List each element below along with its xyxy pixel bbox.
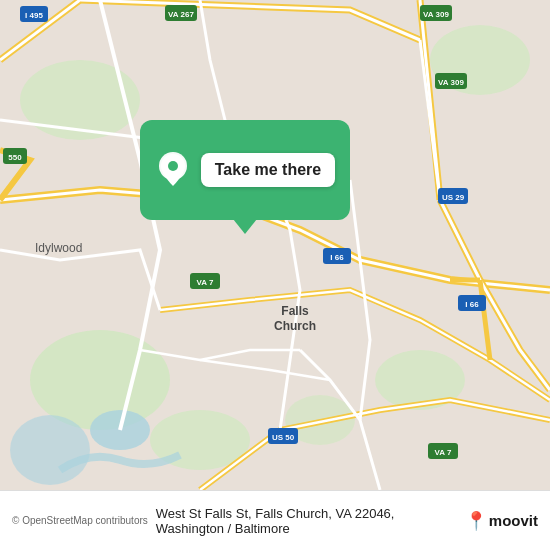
svg-text:I 495: I 495 — [25, 11, 43, 20]
svg-text:I 66: I 66 — [465, 300, 479, 309]
svg-text:VA 267: VA 267 — [168, 10, 194, 19]
moovit-logo: 📍 moovit — [465, 510, 538, 532]
popup-green-box: Take me there — [140, 120, 350, 220]
popup-bubble: Take me there — [140, 120, 350, 220]
svg-text:550: 550 — [8, 153, 22, 162]
svg-text:I 66: I 66 — [330, 253, 344, 262]
svg-text:Falls: Falls — [281, 304, 309, 318]
svg-text:US 29: US 29 — [442, 193, 465, 202]
map-svg: I 495 VA 267 VA 309 VA 309 550 I 66 I 66… — [0, 0, 550, 490]
svg-text:VA 7: VA 7 — [197, 278, 214, 287]
moovit-brand-text: moovit — [489, 512, 538, 529]
svg-text:VA 7: VA 7 — [435, 448, 452, 457]
svg-text:VA 309: VA 309 — [423, 10, 449, 19]
svg-text:US 50: US 50 — [272, 433, 295, 442]
map-container: I 495 VA 267 VA 309 VA 309 550 I 66 I 66… — [0, 0, 550, 490]
svg-text:Church: Church — [274, 319, 316, 333]
location-pin-icon — [155, 150, 191, 190]
take-me-there-button[interactable]: Take me there — [201, 153, 335, 187]
copyright-text: © OpenStreetMap contributors — [12, 515, 148, 526]
svg-point-37 — [168, 161, 178, 171]
address-text: West St Falls St, Falls Church, VA 22046… — [156, 506, 457, 536]
moovit-pin-icon: 📍 — [465, 510, 487, 532]
svg-point-4 — [30, 330, 170, 430]
svg-point-1 — [20, 60, 140, 140]
svg-text:VA 309: VA 309 — [438, 78, 464, 87]
footer-bar: © OpenStreetMap contributors West St Fal… — [0, 490, 550, 550]
svg-text:Idylwood: Idylwood — [35, 241, 82, 255]
svg-point-7 — [10, 415, 90, 485]
